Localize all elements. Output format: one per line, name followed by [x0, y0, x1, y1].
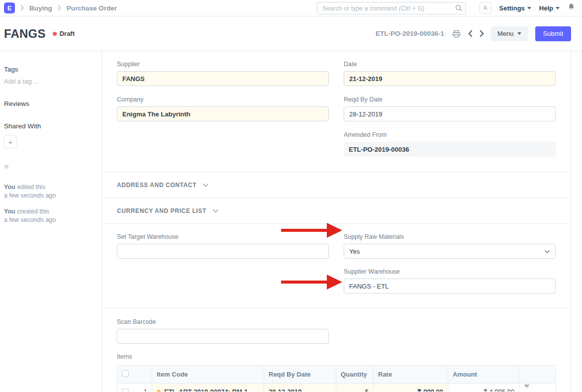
- status-label: Draft: [60, 30, 75, 37]
- items-header-row: Item Code Reqd By Date Quantity Rate Amo…: [117, 366, 556, 384]
- page-title: FANGS: [4, 27, 46, 41]
- row-checkbox[interactable]: [122, 389, 129, 392]
- reqd-by-date-label: Reqd By Date: [344, 96, 556, 103]
- bell-icon[interactable]: [568, 3, 575, 13]
- supplier-input[interactable]: [117, 71, 329, 86]
- items-label: Items: [117, 353, 556, 360]
- help-menu[interactable]: Help: [539, 4, 560, 12]
- field-supplier: Supplier: [117, 61, 329, 86]
- currency-price-list-label: CURRENCY AND PRICE LIST: [117, 207, 206, 214]
- date-input[interactable]: [344, 71, 556, 86]
- company-label: Company: [117, 96, 329, 103]
- search-input[interactable]: [317, 2, 466, 14]
- submit-button[interactable]: Submit: [535, 26, 571, 41]
- col-actions: [519, 366, 556, 384]
- navbar: E Buying Purchase Order A Settings Help: [0, 0, 582, 16]
- annotation-arrow: [280, 274, 343, 290]
- field-amended-from: Amended From ETL-PO-2019-00036: [344, 131, 556, 157]
- row-expand-icon[interactable]: [524, 385, 530, 392]
- menu-button[interactable]: Menu: [490, 26, 528, 41]
- amended-from-value[interactable]: ETL-PO-2019-00036: [344, 142, 556, 157]
- section-address-and-contact[interactable]: ADDRESS AND CONTACT: [102, 172, 571, 198]
- date-label: Date: [344, 61, 556, 68]
- supplier-warehouse-input[interactable]: [344, 279, 556, 294]
- reviews-heading: Reviews: [4, 100, 96, 107]
- row-rate[interactable]: ₹ 999.00: [374, 384, 448, 392]
- col-quantity: Quantity: [336, 366, 374, 384]
- section-chevron-down-icon: [212, 206, 219, 215]
- help-label: Help: [539, 4, 553, 12]
- prev-icon[interactable]: [467, 29, 474, 38]
- status-badge: Draft: [53, 30, 75, 37]
- section-currency-and-price-list[interactable]: CURRENCY AND PRICE LIST: [102, 198, 571, 224]
- col-rate: Rate: [374, 366, 448, 384]
- shared-section: Shared With +: [4, 122, 96, 148]
- share-add-button[interactable]: +: [4, 135, 17, 148]
- section-items: Scan Barcode Items Item Code Reqd By Dat…: [102, 308, 571, 392]
- table-row[interactable]: 1 ETL-ART-2019-00074: RM-1... 28-12-2019…: [117, 384, 556, 392]
- select-all-checkbox[interactable]: [122, 370, 129, 377]
- item-status-dot-icon: [157, 390, 161, 392]
- field-supply-raw-materials: Supply Raw Materials Yes: [344, 233, 556, 259]
- col-reqd-by-date: Reqd By Date: [264, 366, 336, 384]
- field-supplier-warehouse: Supplier Warehouse: [344, 268, 556, 294]
- add-tag-link[interactable]: Add a tag ...: [4, 78, 96, 85]
- form-main: Supplier Date Company Reqd By Date: [102, 51, 571, 392]
- item-code-value[interactable]: ETL-ART-2019-00074: RM-1...: [164, 388, 253, 392]
- supply-raw-materials-select[interactable]: Yes: [344, 244, 556, 259]
- settings-menu[interactable]: Settings: [499, 4, 531, 12]
- breadcrumb-purchase-order[interactable]: Purchase Order: [67, 4, 117, 12]
- heart-icon[interactable]: ♥: [4, 162, 96, 172]
- plus-icon: +: [8, 138, 13, 146]
- select-chevron-icon: [544, 248, 550, 255]
- activity-time: a few seconds ago: [4, 192, 56, 199]
- reqd-by-date-input[interactable]: [344, 106, 556, 121]
- scan-barcode-input[interactable]: [117, 329, 329, 344]
- items-table: Item Code Reqd By Date Quantity Rate Amo…: [117, 365, 556, 392]
- page-body: Tags Add a tag ... Reviews Shared With +…: [0, 51, 582, 392]
- search-icon: [455, 4, 462, 13]
- activity-user: You: [4, 208, 15, 215]
- print-button[interactable]: [451, 29, 462, 39]
- supply-raw-materials-value: Yes: [349, 248, 360, 255]
- row-amount: ₹ 4,995.00: [448, 384, 519, 392]
- menu-label: Menu: [497, 30, 514, 37]
- set-target-warehouse-input[interactable]: [117, 244, 329, 259]
- activity-action: created this: [15, 208, 49, 215]
- address-contact-label: ADDRESS AND CONTACT: [117, 182, 196, 189]
- row-index: 1: [144, 388, 147, 392]
- caret-down-icon: [527, 7, 531, 9]
- annotation-arrow: [280, 222, 343, 238]
- col-item-code: Item Code: [152, 366, 264, 384]
- field-company: Company: [117, 96, 329, 121]
- tags-section: Tags Add a tag ...: [4, 66, 96, 85]
- supplier-label: Supplier: [117, 61, 329, 68]
- form-sidebar: Tags Add a tag ... Reviews Shared With +…: [0, 51, 102, 392]
- next-icon[interactable]: [479, 29, 485, 38]
- document-id: ETL-PO-2019-00036-1: [376, 30, 444, 37]
- page-actions: ETL-PO-2019-00036-1 Menu Submit: [376, 26, 571, 41]
- activity-created: You created this a few seconds ago: [4, 207, 96, 224]
- caret-down-icon: [517, 32, 521, 35]
- settings-label: Settings: [499, 4, 525, 12]
- breadcrumb-buying[interactable]: Buying: [29, 4, 52, 12]
- field-reqd-by-date: Reqd By Date: [344, 96, 556, 121]
- breadcrumb-chevron-icon: [20, 4, 24, 11]
- tags-heading: Tags: [4, 66, 96, 73]
- global-search: [317, 2, 466, 14]
- avatar[interactable]: A: [480, 2, 491, 14]
- activity-action: edited this: [15, 184, 45, 191]
- shared-heading: Shared With: [4, 122, 96, 130]
- status-dot-icon: [53, 32, 57, 36]
- supplier-warehouse-label: Supplier Warehouse: [344, 268, 556, 275]
- amended-from-label: Amended From: [344, 131, 556, 138]
- section-details: Supplier Date Company Reqd By Date: [102, 51, 571, 172]
- caret-down-icon: [556, 7, 560, 9]
- company-input[interactable]: [117, 106, 329, 121]
- section-chevron-down-icon: [202, 181, 209, 190]
- row-reqd-by-date[interactable]: 28-12-2019: [264, 384, 336, 392]
- navbar-right: A Settings Help: [480, 2, 575, 14]
- erpnext-logo[interactable]: E: [4, 2, 15, 13]
- activity-user: You: [4, 184, 15, 191]
- row-quantity[interactable]: 5: [336, 384, 374, 392]
